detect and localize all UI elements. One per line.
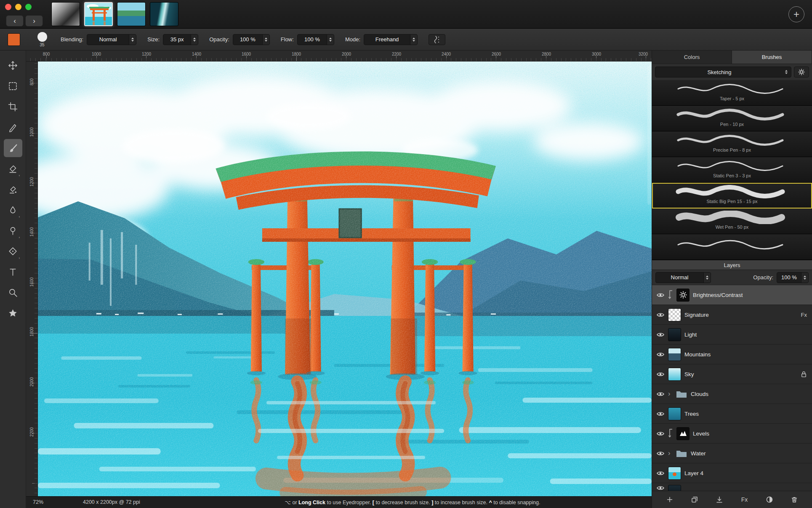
mode-select[interactable]: Freehand xyxy=(364,34,418,45)
merge-down-button[interactable] xyxy=(712,493,727,506)
brush-item[interactable]: Precise Pen - 8 px xyxy=(652,131,812,157)
traffic-lights xyxy=(5,4,32,10)
tool-selection-brush[interactable] xyxy=(4,118,22,136)
layer-row-partial[interactable] xyxy=(652,483,812,491)
visibility-eye-icon[interactable] xyxy=(656,470,665,476)
visibility-eye-icon[interactable] xyxy=(656,332,665,338)
brush-stabilizer-button[interactable] xyxy=(429,34,445,45)
titlebar: ‹ › + xyxy=(0,0,812,29)
size-stepper[interactable] xyxy=(191,35,198,45)
brush-item[interactable]: Taper - 5 px xyxy=(652,80,812,106)
layer-row-signature[interactable]: Signature Fx xyxy=(652,305,812,325)
document-tab-landscape[interactable] xyxy=(117,2,146,26)
opacity-label: Opacity: xyxy=(209,36,229,43)
adjustment-button[interactable] xyxy=(762,493,777,506)
back-button[interactable]: ‹ xyxy=(6,15,24,27)
disclosure-chevron-icon[interactable]: › xyxy=(668,450,672,457)
layers-panel-header: Layers xyxy=(652,260,812,270)
active-color-swatch[interactable] xyxy=(8,33,20,46)
plus-icon xyxy=(666,496,674,503)
gear-icon xyxy=(798,68,805,76)
brush-item[interactable]: Wet Pen - 50 px xyxy=(652,209,812,234)
opacity-stepper[interactable] xyxy=(262,35,269,45)
brush-stroke-preview xyxy=(669,108,795,121)
add-layer-button[interactable] xyxy=(663,493,677,506)
layer-fx-badge[interactable]: Fx xyxy=(801,312,807,318)
affinity-photo-window: ‹ › + 35 Blend xyxy=(0,0,812,508)
layer-row-sky[interactable]: Sky xyxy=(652,364,812,384)
crop-icon xyxy=(8,102,18,112)
tab-brushes[interactable]: Brushes xyxy=(732,51,812,64)
add-group-button[interactable] xyxy=(687,493,702,506)
tool-dodge-burn[interactable] xyxy=(4,222,22,240)
layer-blend-select[interactable]: Normal xyxy=(655,272,711,283)
blending-stepper[interactable] xyxy=(129,35,136,45)
layer-row-clouds-group[interactable]: › Clouds xyxy=(652,384,812,404)
tool-erase[interactable] xyxy=(4,160,22,178)
visibility-eye-icon[interactable] xyxy=(656,391,665,397)
blend-stepper[interactable] xyxy=(703,273,711,283)
close-button[interactable] xyxy=(5,4,11,10)
opacity-input[interactable]: 100 % xyxy=(233,34,270,45)
disclosure-chevron-icon[interactable]: › xyxy=(668,390,672,397)
tool-text[interactable] xyxy=(4,263,22,281)
layer-opacity-input[interactable]: 100 % xyxy=(777,272,809,283)
brush-stroke-preview xyxy=(669,159,795,173)
visibility-eye-icon[interactable] xyxy=(656,411,665,417)
brush-settings-button[interactable] xyxy=(794,67,809,78)
canvas-vertical-scrollbar[interactable] xyxy=(647,66,651,205)
tool-marquee-select[interactable] xyxy=(4,77,22,95)
blending-select[interactable]: Normal xyxy=(87,34,136,45)
forward-button[interactable]: › xyxy=(25,15,43,27)
size-input[interactable]: 35 px xyxy=(163,34,198,45)
layer-row-water-group[interactable]: › Water xyxy=(652,444,812,463)
delete-layer-button[interactable] xyxy=(787,493,801,506)
brush-stroke-preview xyxy=(669,185,795,198)
layer-row-trees[interactable]: Trees xyxy=(652,404,812,424)
tool-paint-brush[interactable] xyxy=(4,139,22,157)
layer-thumbnail xyxy=(668,485,681,491)
document-tab-torii-active[interactable] xyxy=(84,2,113,26)
brush-item[interactable] xyxy=(652,234,812,260)
tool-background-erase[interactable] xyxy=(4,180,22,198)
visibility-eye-icon[interactable] xyxy=(656,371,665,377)
mode-stepper[interactable] xyxy=(410,35,417,45)
tool-mesh-warp[interactable] xyxy=(4,242,22,260)
layer-opacity-stepper[interactable] xyxy=(801,273,808,283)
tab-colors[interactable]: Colors xyxy=(652,51,732,64)
group-icon xyxy=(691,496,698,503)
fullscreen-button[interactable] xyxy=(25,4,32,10)
document-tab-figure[interactable] xyxy=(51,2,80,26)
visibility-eye-icon[interactable] xyxy=(656,430,665,437)
canvas-viewport[interactable] xyxy=(38,61,652,496)
visibility-eye-icon[interactable] xyxy=(656,485,665,491)
layer-row-levels[interactable]: Levels xyxy=(652,424,812,444)
blending-label: Blending: xyxy=(61,36,83,43)
brush-item[interactable]: Static Pen 3 - 3 px xyxy=(652,157,812,183)
tool-zoom[interactable] xyxy=(4,283,22,302)
tool-smudge[interactable] xyxy=(4,201,22,219)
layer-opacity-label: Opacity: xyxy=(753,274,773,281)
brush-item-selected[interactable]: Static Big Pen 15 - 15 px xyxy=(652,183,812,209)
tools-sidebar xyxy=(0,51,26,508)
visibility-eye-icon[interactable] xyxy=(656,292,665,298)
brush-item[interactable]: Pen - 10 px xyxy=(652,106,812,131)
brush-category-select[interactable]: Sketching xyxy=(655,67,791,78)
tool-favorites[interactable] xyxy=(4,304,22,322)
flow-input[interactable]: 100 % xyxy=(297,34,334,45)
tool-move[interactable] xyxy=(4,56,22,75)
visibility-eye-icon[interactable] xyxy=(656,312,665,318)
layer-row-light[interactable]: Light xyxy=(652,325,812,345)
layer-row-layer4[interactable]: Layer 4 xyxy=(652,463,812,483)
layer-row-brightness-contrast[interactable]: Brightness/Contrast xyxy=(652,285,812,305)
layer-effects-button[interactable]: Fx xyxy=(737,493,752,506)
new-document-button[interactable]: + xyxy=(788,6,804,22)
layer-row-mountains[interactable]: Mountains xyxy=(652,345,812,364)
clip-indicator-icon xyxy=(668,289,673,301)
minimize-button[interactable] xyxy=(15,4,21,10)
visibility-eye-icon[interactable] xyxy=(656,351,665,358)
tool-crop[interactable] xyxy=(4,98,22,116)
visibility-eye-icon[interactable] xyxy=(656,450,665,457)
flow-stepper[interactable] xyxy=(327,35,334,45)
document-tab-waterfall[interactable] xyxy=(150,2,178,26)
